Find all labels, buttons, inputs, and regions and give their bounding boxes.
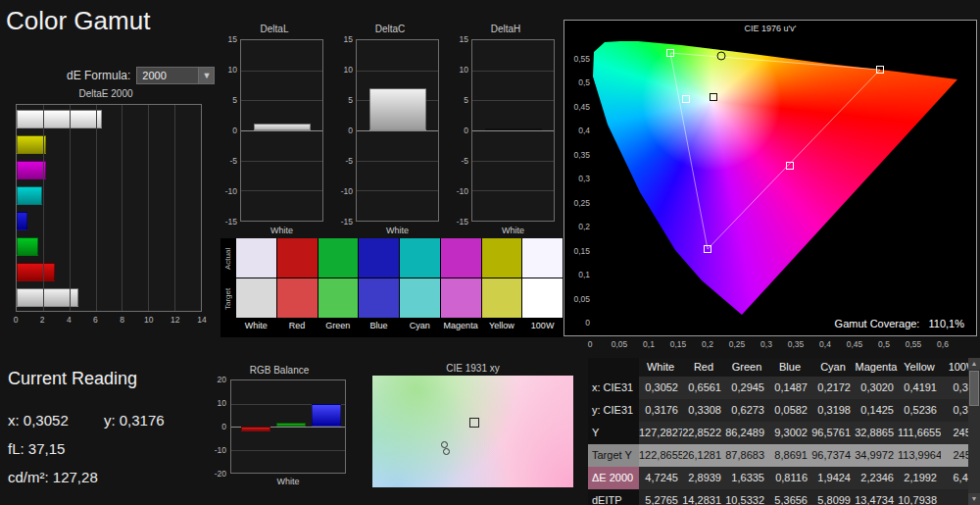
- table-cell: 96,5761: [811, 422, 855, 444]
- row-label: Target Y: [588, 444, 639, 467]
- axis-label: White: [471, 226, 555, 235]
- swatch-actual-cyan: [400, 238, 440, 278]
- axis-tick-label: -15: [454, 217, 468, 227]
- delta-chart-deltah: DeltaH151050-5-10-15White: [455, 24, 557, 245]
- swatch-column-100w: 100W: [522, 238, 563, 337]
- table-scrollbar[interactable]: ▲ ▼: [968, 358, 980, 505]
- gridline: [70, 105, 71, 311]
- scroll-thumb[interactable]: [969, 371, 979, 406]
- axis-tick-label: 0,25: [566, 198, 590, 208]
- swatch-target-magenta: [441, 278, 481, 318]
- axis-tick-label: 0,1: [566, 270, 590, 279]
- plot-area: [356, 39, 439, 222]
- gamut-coverage-value: 110,1%: [929, 318, 965, 329]
- table-cell: 8,8691: [768, 444, 811, 467]
- column-header-cyan: Cyan: [811, 358, 855, 377]
- swatch-actual-white: [236, 238, 276, 278]
- axis-tick-label: 10: [222, 65, 237, 75]
- table-cell: 0,4191: [898, 377, 941, 399]
- axis-tick-label: 0: [454, 126, 468, 135]
- axis-tick-label: 0: [338, 126, 353, 135]
- table-body: WhiteRedGreenBlueCyanMagentaYellow100Wx:…: [588, 358, 980, 505]
- axis-tick-label: 0,25: [729, 339, 746, 349]
- swatch-label: Blue: [359, 319, 399, 332]
- table-cell: 1,6335: [725, 467, 768, 489]
- gridline: [472, 190, 554, 191]
- deltae-bar-100w: [17, 110, 102, 128]
- chart-title: DeltaL: [223, 24, 325, 37]
- axis-tick-label: 0,2: [566, 222, 590, 231]
- axis-tick-label: 0,55: [906, 339, 922, 349]
- gridline: [43, 105, 44, 311]
- table-corner-cell: [588, 358, 639, 377]
- table-cell: 5,8099: [811, 489, 855, 505]
- swatch-target-blue: [359, 278, 399, 318]
- reading-xy-line: x: 0,3052 y: 0,3176: [8, 412, 165, 429]
- gamut-coverage: Gamut Coverage: 110,1%: [829, 318, 964, 329]
- y-axis: 151050-5-10-15: [455, 39, 469, 222]
- cie-1931-diagram: CIE 1931 xy: [372, 363, 573, 490]
- table-cell: 127,2827: [639, 422, 682, 444]
- axis-tick-label: 15: [338, 34, 353, 44]
- de-formula-dropdown[interactable]: 2000 ▼: [136, 67, 215, 84]
- table-row-y[interactable]: Y127,282722,852286,24899,300296,576132,8…: [588, 422, 980, 444]
- table-row-x-cie31[interactable]: x: CIE310,30520,65610,29450,14870,21720,…: [588, 377, 980, 399]
- table-row-target-y[interactable]: Target Y122,865526,128187,86838,869196,7…: [588, 444, 980, 467]
- table-row--e-2000[interactable]: ΔE 20004,72452,89391,63350,81161,94242,2…: [588, 467, 980, 489]
- swatch-target-white: [236, 278, 276, 318]
- chart-title: DeltaC: [339, 24, 441, 37]
- bar-row-blue: [17, 212, 201, 230]
- row-label: x: CIE31: [588, 377, 639, 399]
- chevron-down-icon[interactable]: ▼: [198, 68, 214, 83]
- swatch-actual-100w: [522, 238, 563, 278]
- table-cell: 0,3198: [811, 399, 855, 422]
- swatch-column-blue: Blue: [359, 238, 399, 337]
- axis-tick-label: -10: [338, 186, 353, 196]
- chart-title: DeltaH: [455, 24, 557, 37]
- row-label-target: Target: [220, 278, 236, 319]
- y-axis: 20100-10-20: [201, 379, 228, 474]
- deltae-bar-magenta: [17, 161, 46, 179]
- table-cell: 5,3656: [768, 489, 811, 505]
- table-cell: 122,8655: [639, 444, 682, 467]
- axis-tick-label: 0,15: [670, 339, 687, 349]
- table-cell: 0,3308: [682, 399, 725, 422]
- swatch-target-cyan: [400, 278, 440, 318]
- table-row-deitp[interactable]: dEITP5,276514,283110,53325,36565,809913,…: [588, 489, 980, 505]
- page-title: Color Gamut: [6, 6, 150, 36]
- axis-tick-label: 0,1: [643, 339, 655, 349]
- row-label-actual: Actual: [220, 238, 236, 278]
- de-formula-row: dE Formula: 2000 ▼: [67, 67, 215, 84]
- table-cell: 111,6655: [898, 422, 941, 444]
- table-cell: 2,1992: [898, 467, 941, 489]
- swatch-label: Green: [318, 319, 359, 332]
- white-target-marker: [710, 94, 717, 101]
- swatch-actual-blue: [359, 238, 399, 278]
- swatch-column-red: Red: [277, 238, 318, 337]
- swatch-column-cyan: Cyan: [400, 238, 440, 337]
- axis-tick-label: -10: [222, 186, 237, 196]
- table-row-y-cie31[interactable]: y: CIE310,31760,33080,62730,05820,31980,…: [588, 399, 980, 422]
- measured-point-marker: [441, 441, 448, 448]
- gridline: [357, 71, 438, 72]
- gridline: [231, 450, 345, 451]
- bar-row-red: [17, 263, 201, 281]
- scroll-up-icon[interactable]: ▲: [968, 358, 980, 370]
- table-cell: 9,3002: [768, 422, 811, 444]
- axis-label: White: [230, 477, 346, 486]
- table-cell: 10,7938: [898, 489, 941, 505]
- chart-title: DeltaE 2000: [8, 88, 204, 102]
- scroll-down-icon[interactable]: ▼: [968, 493, 980, 505]
- axis-tick-label: 14: [197, 315, 206, 325]
- white-point-marker: [469, 418, 479, 428]
- de-formula-label: dE Formula:: [67, 69, 130, 82]
- green-target-marker: [717, 52, 725, 60]
- y-axis: 151050-5-10-15: [339, 39, 354, 222]
- axis-tick-label: 0,05: [612, 339, 628, 349]
- luminance-label: cd/m²:: [8, 469, 49, 485]
- axis-tick-label: 10: [144, 315, 153, 325]
- axis-tick-label: 0,4: [566, 126, 590, 135]
- axis-tick-label: -15: [222, 217, 237, 227]
- deltae-bar-blue: [17, 212, 27, 230]
- swatch-label: Red: [277, 319, 318, 332]
